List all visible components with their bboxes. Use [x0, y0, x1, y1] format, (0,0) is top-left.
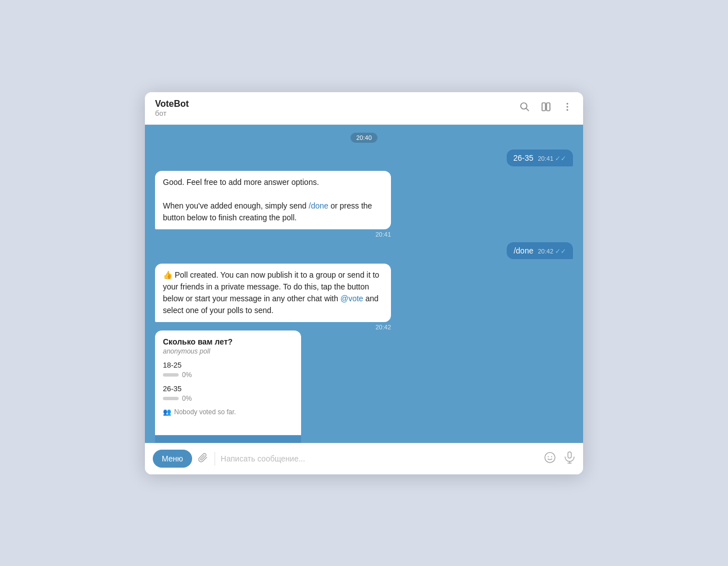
chat-header: VoteBot бот	[145, 92, 583, 125]
poll-option-2: 26-35 0%	[163, 384, 293, 402]
svg-point-9	[551, 456, 552, 457]
search-icon[interactable]	[519, 101, 530, 115]
time-badge: 20:40	[351, 133, 377, 143]
vote-link[interactable]: @vote	[340, 294, 363, 303]
poll-option-bar-row-1: 0%	[163, 371, 293, 379]
svg-line-1	[526, 108, 529, 111]
input-divider	[215, 452, 215, 465]
chat-header-info: VoteBot бот	[155, 99, 519, 117]
incoming-bubble-2: 👍 Poll created. You can now publish it t…	[155, 264, 391, 322]
done-link[interactable]: /done	[309, 201, 329, 210]
poll-buttons: Publish poll ↗ Update results Vote Close…	[155, 435, 301, 443]
outgoing-bubble-1: 26-35 20:41 ✓✓	[507, 150, 573, 166]
attach-icon[interactable]	[198, 452, 209, 466]
poll-option-1: 18-25 0%	[163, 361, 293, 379]
chat-title: VoteBot	[155, 99, 519, 109]
poll-bar-1	[163, 373, 179, 377]
svg-point-5	[567, 106, 568, 107]
chat-subtitle: бот	[155, 109, 519, 117]
outgoing-text-1: 26-35	[513, 153, 534, 162]
incoming-time-2: 20:42	[155, 322, 391, 330]
poll-title: Сколько вам лет?	[163, 337, 293, 346]
svg-point-7	[545, 452, 555, 463]
svg-rect-3	[547, 103, 550, 111]
poll-time: 20:42	[155, 424, 301, 435]
double-check-icon-2: ✓✓	[555, 247, 566, 255]
chat-window: VoteBot бот	[145, 92, 583, 474]
outgoing-text-2: /done	[513, 246, 533, 255]
incoming-message-1: Good. Feel free to add more answer optio…	[155, 171, 391, 238]
svg-point-6	[567, 109, 568, 111]
header-icons	[519, 101, 573, 115]
poll-pct-1: 0%	[182, 371, 192, 379]
svg-rect-10	[568, 452, 571, 458]
outgoing-time-2: 20:42 ✓✓	[538, 247, 566, 255]
poll-option-label-1: 18-25	[163, 361, 293, 369]
poll-type: anonymous poll	[163, 347, 293, 355]
incoming-text-1a: Good. Feel free to add more answer optio…	[163, 178, 319, 187]
poll-option-bar-row-2: 0%	[163, 395, 293, 402]
more-icon[interactable]	[562, 101, 573, 115]
poll-created-emoji: 👍	[163, 270, 172, 279]
poll-pct-2: 0%	[182, 395, 192, 402]
svg-rect-2	[542, 103, 545, 111]
chat-input-area: Меню	[145, 443, 583, 474]
svg-point-4	[567, 103, 568, 105]
outgoing-bubble-2: /done 20:42 ✓✓	[507, 242, 573, 259]
poll-bar-2	[163, 397, 179, 400]
poll-voters-text: Nobody voted so far.	[174, 408, 236, 416]
mic-icon[interactable]	[564, 451, 575, 467]
input-right-icons	[544, 451, 575, 467]
poll-option-label-2: 26-35	[163, 384, 293, 393]
outgoing-time-1: 20:41 ✓✓	[538, 155, 566, 162]
incoming-time-1: 20:41	[155, 229, 391, 238]
outgoing-message-1: 26-35 20:41 ✓✓	[507, 150, 573, 166]
publish-poll-button[interactable]: Publish poll ↗	[155, 435, 301, 443]
incoming-message-2: 👍 Poll created. You can now publish it t…	[155, 264, 391, 443]
svg-point-8	[548, 456, 549, 457]
chat-messages: 20:40 26-35 20:41 ✓✓ Good. Feel free to …	[145, 125, 583, 443]
double-check-icon-1: ✓✓	[555, 155, 566, 162]
incoming-bubble-1: Good. Feel free to add more answer optio…	[155, 171, 391, 229]
emoji-icon[interactable]	[544, 451, 556, 467]
outgoing-message-2: /done 20:42 ✓✓	[507, 242, 573, 259]
incoming-text-1b: When you've added enough, simply send	[163, 201, 309, 210]
poll-content: Сколько вам лет? anonymous poll 18-25 0%…	[155, 330, 301, 424]
poll-footer: 👥 Nobody voted so far.	[163, 408, 293, 418]
message-input[interactable]	[221, 454, 538, 463]
poll-voters-icon: 👥	[163, 408, 171, 416]
poll-card: Сколько вам лет? anonymous poll 18-25 0%…	[155, 330, 301, 443]
layout-icon[interactable]	[540, 101, 552, 115]
menu-button[interactable]: Меню	[153, 450, 192, 468]
